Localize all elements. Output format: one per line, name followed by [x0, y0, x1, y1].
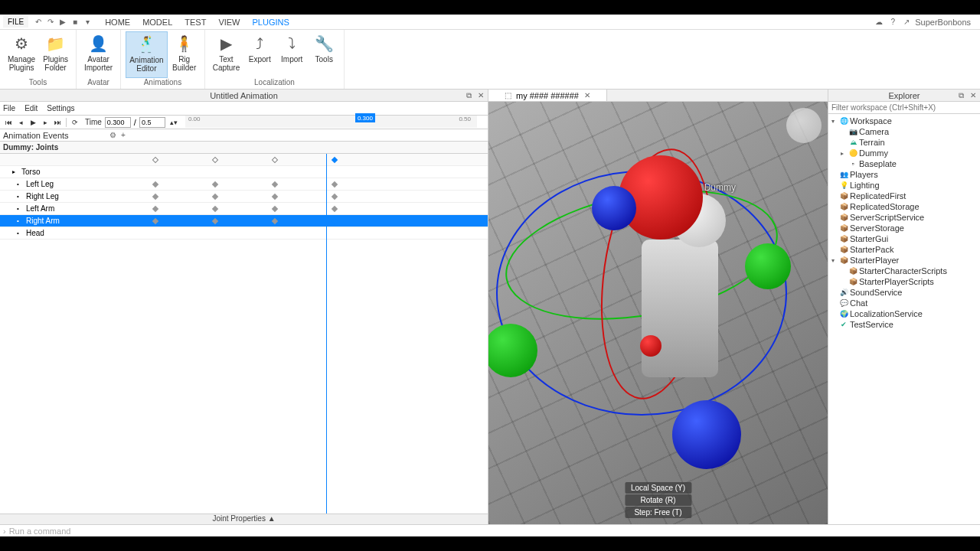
expand-icon[interactable]: ▾: [831, 118, 839, 125]
tree-item-chat[interactable]: 💬Chat: [828, 298, 980, 308]
close-icon[interactable]: ✕: [475, 90, 486, 101]
joint-row[interactable]: •Right Leg: [0, 191, 488, 203]
joint-row[interactable]: •Head: [0, 227, 488, 240]
play-icon[interactable]: ▶: [57, 17, 68, 28]
joint-row[interactable]: •Right Arm: [0, 215, 488, 227]
next-frame-button[interactable]: ▸: [40, 117, 51, 128]
viewport-overlay: Local Space (Y)Rotate (R)Step: Free (T): [625, 482, 691, 518]
anim-menu-settings[interactable]: Settings: [47, 104, 74, 112]
menu-tab-model[interactable]: MODEL: [136, 16, 178, 28]
tree-item-starterplayerscripts[interactable]: 📦StarterPlayerScripts: [828, 276, 980, 287]
stop-icon[interactable]: ■: [70, 17, 80, 28]
keyframe[interactable]: [152, 157, 158, 163]
stepper-icon[interactable]: ▴▾: [168, 117, 179, 128]
tree-item-camera[interactable]: 📷Camera: [828, 126, 980, 137]
tree-item-terrain[interactable]: ⛰Terrain: [828, 137, 980, 148]
keyframe[interactable]: [272, 157, 278, 163]
keyframe[interactable]: [212, 194, 218, 200]
anim-menu-edit[interactable]: Edit: [24, 104, 38, 112]
keyframe[interactable]: [152, 181, 158, 187]
tree-item-starterpack[interactable]: 📦StarterPack: [828, 244, 980, 255]
keyframe[interactable]: [212, 218, 218, 224]
keyframe[interactable]: [332, 194, 338, 200]
dropdown-icon[interactable]: ▾: [82, 17, 93, 28]
prev-frame-button[interactable]: ◂: [15, 117, 26, 128]
keyframe[interactable]: [272, 206, 278, 212]
tree-item-startercharacterscripts[interactable]: 📦StarterCharacterScripts: [828, 266, 980, 276]
ribbon-import[interactable]: ⤵Import: [276, 31, 307, 78]
dock-icon[interactable]: ⧉: [956, 90, 966, 101]
viewport-tab[interactable]: ⬚ my #### ###### ✕: [488, 90, 607, 101]
tree-item-dummy[interactable]: ▸🟡Dummy: [828, 148, 980, 158]
tree-item-serverstorage[interactable]: 📦ServerStorage: [828, 223, 980, 233]
menu-tab-home[interactable]: HOME: [99, 16, 136, 28]
close-icon[interactable]: ✕: [968, 90, 978, 101]
joint-properties[interactable]: Joint Properties ▲: [0, 514, 488, 524]
keyframe[interactable]: [212, 206, 218, 212]
ribbon-avatar-importer[interactable]: 👤AvatarImporter: [81, 31, 116, 78]
loop-button[interactable]: ⟳: [70, 117, 80, 128]
file-menu[interactable]: FILE: [3, 16, 28, 28]
ribbon-rig-builder[interactable]: 🧍RigBuilder: [169, 31, 200, 78]
command-bar[interactable]: › Run a command: [0, 524, 980, 536]
tree-item-localizationservice[interactable]: 🌍LocalizationService: [828, 308, 980, 319]
dock-icon[interactable]: ⧉: [463, 90, 474, 101]
undo-icon[interactable]: ↶: [33, 17, 44, 28]
gear-icon[interactable]: ⚙: [107, 130, 118, 141]
ribbon-export[interactable]: ⤴Export: [244, 31, 275, 78]
expand-icon[interactable]: ▾: [831, 257, 839, 264]
keyframe[interactable]: [152, 194, 158, 200]
help-icon[interactable]: ?: [887, 17, 898, 28]
ribbon-text-capture[interactable]: ▶TextCapture: [210, 31, 243, 78]
share-icon[interactable]: ↗: [901, 17, 912, 28]
keyframe[interactable]: [272, 218, 278, 224]
close-tab-icon[interactable]: ✕: [582, 90, 593, 101]
tree-item-soundservice[interactable]: 🔊SoundService: [828, 287, 980, 298]
tree-item-baseplate[interactable]: ▫Baseplate: [828, 158, 980, 169]
add-event-icon[interactable]: +: [118, 130, 129, 141]
keyframe[interactable]: [212, 181, 218, 187]
anim-menu-file[interactable]: File: [3, 104, 15, 112]
time-max-field[interactable]: [139, 117, 165, 128]
explorer-filter[interactable]: [828, 102, 980, 114]
ribbon-plugins-folder[interactable]: 📁PluginsFolder: [40, 31, 71, 78]
keyframe[interactable]: [152, 206, 158, 212]
tree-item-workspace[interactable]: ▾🌐Workspace: [828, 116, 980, 126]
tree-item-startergui[interactable]: 📦StarterGui: [828, 233, 980, 244]
tree-item-starterplayer[interactable]: ▾📦StarterPlayer: [828, 255, 980, 266]
joint-row[interactable]: ▸Torso: [0, 166, 488, 178]
first-frame-button[interactable]: ⏮: [3, 117, 14, 128]
viewport-canvas[interactable]: Dummy Local Space (Y)Rotate (R)Step: Fre…: [488, 102, 828, 524]
keyframe[interactable]: [272, 194, 278, 200]
tree-item-testservice[interactable]: ✔TestService: [828, 319, 980, 330]
menu-tab-plugins[interactable]: PLUGINS: [247, 16, 296, 28]
joint-row[interactable]: •Left Arm: [0, 203, 488, 215]
ribbon-manage-plugins[interactable]: ⚙ManagePlugins: [5, 31, 38, 78]
expand-icon[interactable]: ▸: [841, 150, 848, 157]
redo-icon[interactable]: ↷: [45, 17, 56, 28]
keyframe[interactable]: [332, 218, 338, 224]
menu-tab-test[interactable]: TEST: [178, 16, 212, 28]
tree-item-replicatedfirst[interactable]: 📦ReplicatedFirst: [828, 191, 980, 201]
cloud-icon[interactable]: ☁: [874, 17, 884, 28]
ribbon-animation-editor[interactable]: 🕺AnimationEditor: [126, 31, 167, 78]
view-cube[interactable]: [786, 108, 822, 143]
keyframe[interactable]: [272, 181, 278, 187]
keyframe[interactable]: [332, 206, 338, 212]
ribbon-tools[interactable]: 🔧Tools: [309, 31, 339, 78]
play-button[interactable]: ▶: [28, 117, 38, 128]
keyframe[interactable]: [212, 157, 218, 163]
keyframe[interactable]: [152, 218, 158, 224]
keyframe[interactable]: [332, 181, 338, 187]
last-frame-button[interactable]: ⏭: [52, 117, 63, 128]
username[interactable]: SuperBonbons: [915, 18, 971, 27]
time-field[interactable]: [105, 117, 131, 128]
tree-item-players[interactable]: 👥Players: [828, 169, 980, 180]
menu-tab-view[interactable]: VIEW: [212, 16, 246, 28]
tree-item-replicatedstorage[interactable]: 📦ReplicatedStorage: [828, 201, 980, 212]
joint-row[interactable]: •Left Leg: [0, 178, 488, 191]
keyframe[interactable]: [332, 157, 338, 163]
playhead-flag[interactable]: 0.300: [355, 113, 375, 122]
tree-item-lighting[interactable]: 💡Lighting: [828, 180, 980, 191]
tree-item-serverscriptservice[interactable]: 📦ServerScriptService: [828, 212, 980, 223]
